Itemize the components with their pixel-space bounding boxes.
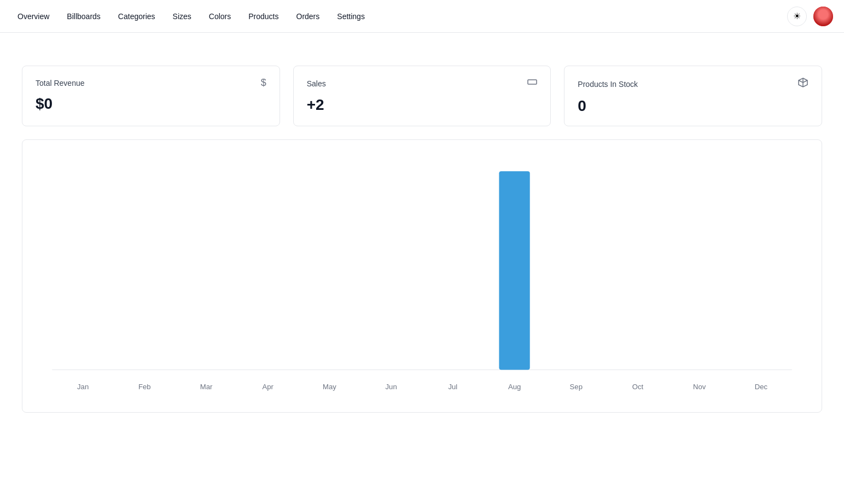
- svg-text:Jun: Jun: [386, 383, 397, 391]
- chart-inner: JanFebMarAprMayJunJulAugSepOctNovDec: [36, 153, 808, 399]
- nav-item-categories[interactable]: Categories: [112, 8, 162, 25]
- stats-row: Total Revenue $ $0 Sales +2 Products In …: [22, 66, 822, 126]
- bar-chart: JanFebMarAprMayJunJulAugSepOctNovDec: [36, 153, 808, 399]
- stat-card-sales-title: Sales: [307, 79, 326, 88]
- nav-item-sizes[interactable]: Sizes: [166, 8, 198, 25]
- stat-card-stock-header: Products In Stock: [578, 77, 808, 91]
- stat-card-sales: Sales +2: [293, 66, 551, 126]
- stat-card-stock: Products In Stock 0: [564, 66, 822, 126]
- dollar-icon: $: [261, 77, 266, 89]
- svg-text:Sep: Sep: [570, 383, 583, 391]
- nav-item-overview[interactable]: Overview: [11, 8, 56, 25]
- stat-card-revenue-header: Total Revenue $: [36, 77, 266, 89]
- svg-text:Aug: Aug: [508, 383, 521, 391]
- sun-icon: ☀: [793, 11, 801, 21]
- navbar: Overview Billboards Categories Sizes Col…: [0, 0, 844, 33]
- nav-item-products[interactable]: Products: [242, 8, 285, 25]
- package-icon: [798, 77, 808, 91]
- nav-item-orders[interactable]: Orders: [290, 8, 327, 25]
- chart-container: JanFebMarAprMayJunJulAugSepOctNovDec: [22, 139, 822, 413]
- svg-text:May: May: [323, 383, 336, 391]
- svg-text:Nov: Nov: [693, 383, 706, 391]
- stat-card-sales-header: Sales: [307, 77, 538, 90]
- svg-text:Jul: Jul: [448, 383, 457, 391]
- nav-item-settings[interactable]: Settings: [330, 8, 371, 25]
- stat-card-revenue-title: Total Revenue: [36, 79, 85, 87]
- svg-rect-9: [499, 171, 529, 370]
- svg-text:Oct: Oct: [632, 383, 644, 391]
- theme-toggle-button[interactable]: ☀: [787, 7, 807, 26]
- main-content: Total Revenue $ $0 Sales +2 Products In …: [0, 33, 844, 413]
- avatar[interactable]: [813, 7, 833, 26]
- sales-icon: [527, 77, 537, 90]
- nav-items: Overview Billboards Categories Sizes Col…: [11, 8, 787, 25]
- svg-text:Mar: Mar: [200, 383, 213, 391]
- svg-rect-0: [528, 80, 537, 84]
- stat-card-revenue-value: $0: [36, 95, 266, 113]
- nav-item-colors[interactable]: Colors: [202, 8, 237, 25]
- svg-text:Feb: Feb: [138, 383, 151, 391]
- svg-text:Dec: Dec: [755, 383, 768, 391]
- nav-actions: ☀: [787, 7, 833, 26]
- stat-card-revenue: Total Revenue $ $0: [22, 66, 280, 126]
- avatar-image: [813, 7, 833, 26]
- svg-text:Jan: Jan: [77, 383, 89, 391]
- stat-card-sales-value: +2: [307, 96, 538, 114]
- nav-item-billboards[interactable]: Billboards: [60, 8, 107, 25]
- svg-text:Apr: Apr: [263, 383, 274, 391]
- stat-card-stock-title: Products In Stock: [578, 80, 638, 89]
- stat-card-stock-value: 0: [578, 97, 808, 115]
